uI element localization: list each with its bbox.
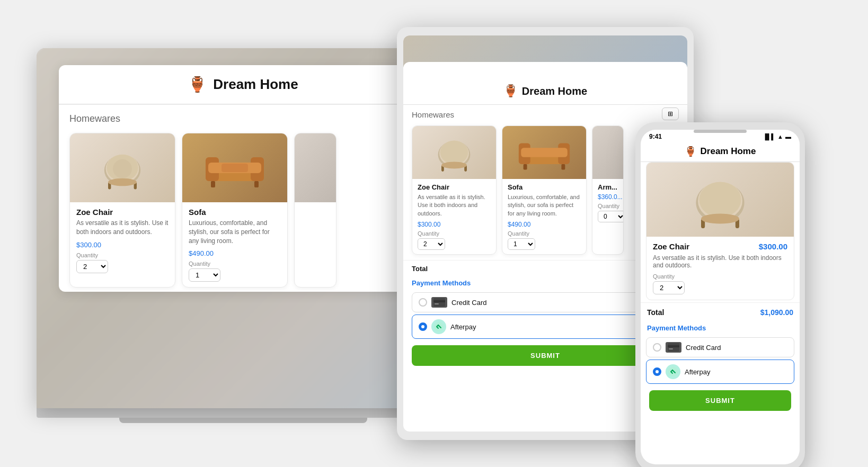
- laptop-app-logo-icon: 🏺: [188, 76, 207, 93]
- laptop-app-title: Dream Home: [213, 76, 298, 93]
- tablet-chair-svg-icon: [433, 131, 475, 174]
- tablet-armchair-price-partial: $360.0...: [598, 193, 618, 201]
- tablet-app-logo-icon: 🏺: [503, 84, 518, 98]
- tablet-sofa-qty-select[interactable]: 123: [508, 238, 535, 250]
- tablet-product-card-armchair-partial: Arm... $360.0... Quantity 012: [592, 125, 624, 255]
- tablet-chair-name: Zoe Chair: [418, 183, 491, 191]
- tablet-armchair-qty-label: Quantity: [598, 203, 618, 209]
- phone-battery-icon: ▬: [785, 133, 791, 140]
- laptop-sofa-qty-label: Quantity: [189, 261, 281, 267]
- tablet-product-card-sofa: Sofa Luxurious, comfortable, and stylish…: [502, 125, 587, 255]
- phone-body: 9:41 ▐▌▌ ▲ ▬ 🏺 Dream Home: [635, 122, 805, 467]
- svg-rect-24: [524, 164, 527, 170]
- phone-chair-price: $300.00: [759, 242, 787, 251]
- tablet-sofa-info: Sofa Luxurious, comfortable, and stylish…: [502, 179, 586, 254]
- phone-wifi-icon: ▲: [777, 133, 783, 140]
- tablet-afterpay-icon: [431, 319, 446, 334]
- phone-afterpay-radio[interactable]: [653, 367, 661, 376]
- svg-point-19: [441, 162, 467, 169]
- phone-chair-desc: As versatile as it is stylish. Use it bo…: [653, 254, 787, 269]
- phone-payment-option-afterpay[interactable]: Afterpay: [646, 360, 794, 384]
- tablet-armchair-image-partial: [592, 126, 623, 179]
- phone-chair-svg-icon: [688, 168, 752, 231]
- tablet-armchair-qty-select[interactable]: 012: [598, 211, 624, 222]
- tablet-filter-button[interactable]: ⊞: [662, 107, 679, 120]
- tablet-sofa-image: [502, 126, 586, 179]
- phone-payment-option-credit-card[interactable]: Credit Card: [646, 337, 794, 357]
- tablet-chair-qty-label: Quantity: [418, 230, 491, 237]
- laptop-armchair-image-partial: [295, 133, 336, 202]
- laptop-sofa-image: [182, 133, 287, 202]
- tablet-hero-image: [403, 35, 687, 78]
- phone-chair-name: Zoe Chair: [653, 242, 689, 251]
- laptop-chair-qty-label: Quantity: [76, 252, 169, 258]
- laptop-products-row: Zoe Chair As versatile as it is stylish.…: [59, 129, 428, 292]
- laptop-foot: [119, 418, 367, 423]
- svg-rect-13: [222, 164, 248, 172]
- laptop-sofa-desc: Luxurious, comfortable, and stylish, our…: [189, 219, 281, 245]
- svg-rect-28: [435, 303, 439, 304]
- tablet-afterpay-label: Afterpay: [450, 323, 476, 331]
- laptop-chair-image: [70, 133, 175, 202]
- phone-payment-heading: Payment Methods: [641, 322, 800, 335]
- svg-point-29: [434, 322, 444, 331]
- phone-chair-qty-select[interactable]: 213: [653, 281, 685, 294]
- phone-chair-info: Zoe Chair $300.00 As versatile as it is …: [646, 237, 794, 300]
- laptop-app-card: 🏺 Dream Home Homewares: [59, 65, 428, 292]
- tablet-total-label: Total: [412, 265, 428, 273]
- scene: 🏺 Dream Home Homewares: [37, 16, 831, 451]
- tablet-chair-price: $300.00: [418, 221, 491, 228]
- phone-total-amount: $1,090.00: [760, 308, 793, 317]
- laptop-device: 🏺 Dream Home Homewares: [37, 48, 450, 429]
- phone-credit-card-icon: [666, 342, 681, 353]
- phone-notch: [694, 130, 747, 133]
- svg-rect-25: [561, 164, 565, 170]
- phone-credit-card-label: Credit Card: [686, 344, 721, 352]
- tablet-credit-card-icon: [431, 297, 447, 308]
- phone-app-header: 🏺 Dream Home: [641, 141, 800, 162]
- phone-credit-card-svg: [668, 343, 679, 352]
- laptop-product-card-armchair-partial: [294, 133, 336, 288]
- phone-credit-card-radio[interactable]: [653, 343, 661, 352]
- phone-chair-image: [646, 163, 794, 237]
- tablet-sofa-qty-label: Quantity: [508, 230, 581, 237]
- phone-signal-icon: ▐▌▌: [763, 133, 775, 140]
- tablet-chair-desc: As versatile as it is stylish. Use it bo…: [418, 193, 491, 218]
- svg-point-39: [668, 367, 678, 376]
- laptop-chair-price: $300.00: [76, 241, 169, 249]
- tablet-credit-card-radio[interactable]: [419, 298, 427, 307]
- tablet-armchair-name-partial: Arm...: [598, 183, 618, 191]
- svg-point-16: [440, 141, 468, 165]
- laptop-chair-name: Zoe Chair: [76, 208, 169, 217]
- svg-point-5: [108, 178, 137, 186]
- tablet-chair-image: [412, 126, 496, 179]
- tablet-sofa-name: Sofa: [508, 183, 581, 191]
- svg-point-6: [113, 159, 132, 178]
- chair-svg-icon: [99, 144, 146, 192]
- svg-rect-23: [521, 148, 568, 157]
- phone-afterpay-label: Afterpay: [685, 368, 710, 376]
- tablet-sofa-desc: Luxurious, comfortable, and stylish, our…: [508, 193, 581, 218]
- laptop-section-heading: Homewares: [59, 105, 428, 129]
- svg-rect-11: [211, 181, 215, 187]
- svg-rect-12: [254, 181, 259, 187]
- svg-point-35: [701, 213, 739, 223]
- phone-afterpay-icon: [666, 364, 680, 379]
- laptop-sofa-price: $490.00: [189, 249, 281, 257]
- phone-screen: 9:41 ▐▌▌ ▲ ▬ 🏺 Dream Home: [641, 130, 800, 464]
- laptop-chair-desc: As versatile as it is stylish. Use it bo…: [76, 219, 169, 237]
- tablet-armchair-info-partial: Arm... $360.0... Quantity 012: [592, 179, 623, 227]
- tablet-sofa-svg-icon: [515, 134, 573, 171]
- sofa-svg-icon: [203, 147, 267, 189]
- tablet-chair-qty-select[interactable]: 213: [418, 238, 445, 250]
- svg-point-32: [699, 182, 741, 217]
- laptop-chair-qty-select[interactable]: 213: [76, 260, 108, 273]
- phone-total-row: Total $1,090.00: [641, 302, 800, 322]
- svg-rect-27: [433, 300, 445, 302]
- svg-rect-38: [669, 348, 673, 349]
- laptop-sofa-name: Sofa: [189, 208, 281, 217]
- laptop-sofa-qty-select[interactable]: 123: [189, 268, 220, 282]
- tablet-sofa-price: $490.00: [508, 221, 581, 228]
- tablet-afterpay-radio[interactable]: [419, 322, 427, 331]
- phone-submit-button[interactable]: SUBMIT: [649, 390, 791, 411]
